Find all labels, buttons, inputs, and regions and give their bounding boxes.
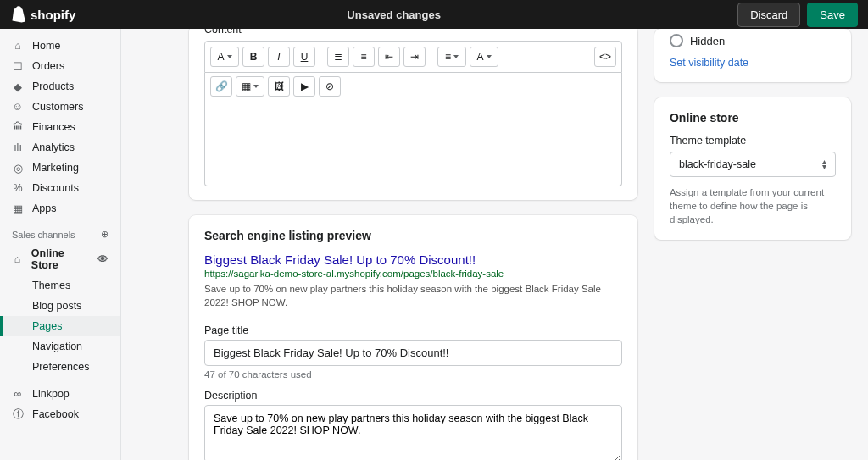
sidebar-sub-pages[interactable]: Pages — [0, 316, 120, 336]
apps-icon: ▦ — [12, 202, 24, 214]
content-label: Content — [204, 29, 622, 36]
rte-image[interactable]: 🖼 — [268, 76, 290, 97]
analytics-icon: ılı — [12, 141, 24, 153]
seo-preview-url: https://sagarika-demo-store-al.myshopify… — [204, 269, 622, 279]
rte-underline[interactable]: U — [293, 47, 315, 67]
rte-editor-body[interactable] — [204, 102, 622, 186]
store-icon: ⌂ — [12, 253, 23, 265]
save-button[interactable]: Save — [807, 3, 858, 27]
page-title-label: Page title — [204, 324, 622, 336]
rte-text-color[interactable]: A — [470, 47, 498, 67]
unsaved-changes-title: Unsaved changes — [75, 8, 737, 21]
orders-icon: ☐ — [12, 60, 24, 72]
rte-table[interactable]: ▦ — [236, 76, 264, 97]
rte-link[interactable]: 🔗 — [210, 76, 232, 97]
rte-paragraph-style[interactable]: A — [210, 47, 239, 67]
rte-indent[interactable]: ⇥ — [403, 47, 426, 67]
sidebar-sub-blog-posts[interactable]: Blog posts — [0, 296, 120, 316]
sidebar-item-home[interactable]: ⌂Home — [0, 36, 120, 56]
sidebar-item-products[interactable]: ◆Products — [0, 76, 120, 97]
facebook-icon: ⓕ — [12, 408, 24, 420]
linkpop-icon: ∞ — [12, 388, 24, 400]
sidebar-item-finances[interactable]: 🏛Finances — [0, 117, 120, 137]
description-label: Description — [204, 390, 622, 402]
theme-template-value: black-friday-sale — [679, 158, 756, 170]
add-channel-icon[interactable]: ⊕ — [101, 229, 108, 240]
sidebar-item-discounts[interactable]: %Discounts — [0, 178, 120, 198]
sidebar-item-linkpop[interactable]: ∞Linkpop — [0, 384, 120, 404]
discard-button[interactable]: Discard — [737, 3, 800, 27]
rte-outdent[interactable]: ⇤ — [378, 47, 400, 67]
rte-video[interactable]: ▶ — [293, 76, 315, 97]
rte-number-list[interactable]: ≡ — [353, 47, 375, 67]
sidebar-item-marketing[interactable]: ◎Marketing — [0, 158, 120, 178]
description-textarea[interactable] — [204, 405, 622, 460]
page-title-input[interactable] — [204, 340, 622, 366]
rte-bullet-list[interactable]: ≣ — [327, 47, 349, 67]
page-title-counter: 47 of 70 characters used — [204, 369, 622, 380]
sidebar-item-facebook[interactable]: ⓕFacebook — [0, 404, 120, 424]
sales-channels-heading: Sales channels⊕ — [0, 219, 120, 243]
sidebar-sub-preferences[interactable]: Preferences — [0, 357, 120, 377]
rte-italic[interactable]: I — [268, 47, 290, 67]
select-caret-icon: ▴▾ — [822, 159, 826, 169]
theme-template-select[interactable]: black-friday-sale ▴▾ — [670, 152, 836, 177]
hidden-label: Hidden — [690, 35, 725, 47]
sidebar-item-customers[interactable]: ☺Customers — [0, 97, 120, 117]
visibility-hidden-option[interactable]: Hidden — [670, 34, 836, 47]
rte-html-view[interactable]: <> — [594, 47, 616, 67]
seo-heading: Search engine listing preview — [204, 229, 622, 242]
eye-icon[interactable]: 👁 — [97, 253, 108, 265]
rte-align[interactable]: ≡ — [437, 47, 466, 67]
radio-icon — [670, 34, 683, 47]
rte-clear-format[interactable]: ⊘ — [319, 76, 341, 97]
customers-icon: ☺ — [12, 101, 24, 113]
sidebar-item-online-store[interactable]: ⌂Online Store👁 — [0, 243, 120, 275]
home-icon: ⌂ — [12, 40, 24, 52]
shopify-logo: shopify — [10, 6, 75, 23]
marketing-icon: ◎ — [12, 162, 24, 174]
template-helper-text: Assign a template from your current them… — [670, 186, 836, 226]
sidebar-sub-navigation[interactable]: Navigation — [0, 336, 120, 357]
sidebar: ⌂Home ☐Orders ◆Products ☺Customers 🏛Fina… — [0, 29, 121, 460]
seo-preview-title: Biggest Black Friday Sale! Up to 70% Dis… — [204, 252, 622, 267]
seo-card: Search engine listing preview Biggest Bl… — [189, 215, 637, 460]
discounts-icon: % — [12, 182, 24, 194]
seo-preview-description: Save up to 70% on new play partners this… — [204, 282, 622, 309]
products-icon: ◆ — [12, 80, 24, 92]
sidebar-item-apps[interactable]: ▦Apps — [0, 198, 120, 219]
rte-bold[interactable]: B — [242, 47, 264, 67]
theme-template-label: Theme template — [670, 135, 836, 147]
finances-icon: 🏛 — [12, 121, 24, 133]
visibility-card: Hidden Set visibility date — [654, 29, 851, 82]
set-visibility-date-link[interactable]: Set visibility date — [670, 57, 748, 69]
sidebar-item-orders[interactable]: ☐Orders — [0, 56, 120, 76]
sidebar-sub-themes[interactable]: Themes — [0, 275, 120, 296]
brand-text: shopify — [31, 8, 75, 22]
online-store-card: Online store Theme template black-friday… — [654, 97, 851, 240]
online-store-heading: Online store — [670, 111, 836, 125]
rte-toolbar: A B I U ≣ ≡ ⇤ ⇥ ≡ A <> — [204, 41, 622, 73]
sidebar-item-analytics[interactable]: ılıAnalytics — [0, 137, 120, 158]
